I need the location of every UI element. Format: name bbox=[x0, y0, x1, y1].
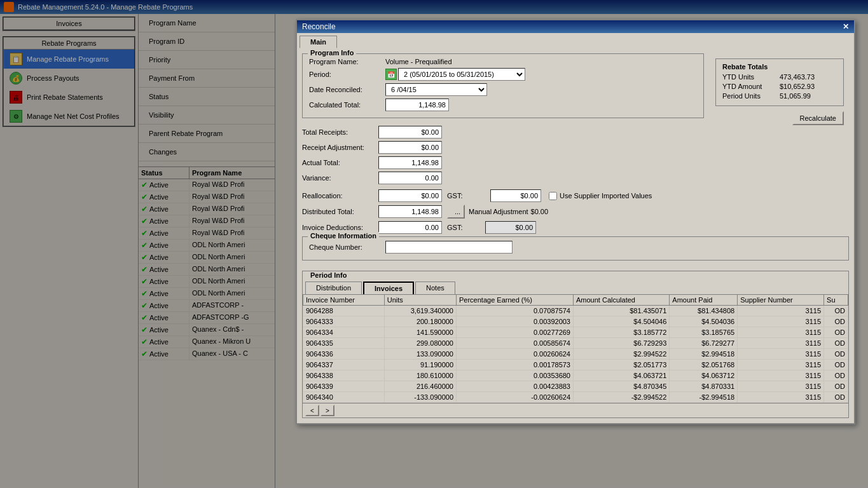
col-su: Su bbox=[824, 295, 848, 306]
cell-paid: $4.063712 bbox=[670, 370, 738, 381]
cell-paid: $81.434808 bbox=[670, 306, 738, 316]
cell-supplier: 3115 bbox=[738, 327, 824, 338]
cell-invoice-number: 9064334 bbox=[303, 327, 385, 338]
cell-invoice-number: 9064339 bbox=[303, 381, 385, 392]
tab-notes[interactable]: Notes bbox=[415, 281, 455, 294]
cell-calc: $2.994522 bbox=[574, 349, 670, 360]
reconcile-close-button[interactable]: ✕ bbox=[843, 22, 849, 31]
reconcile-dialog: Reconcile ✕ Main Program Info Program Na… bbox=[296, 19, 855, 424]
program-info-fieldset: Program Info Program Name: Volume - Preq… bbox=[302, 53, 704, 118]
period-dropdown[interactable]: 2 (05/01/2015 to 05/31/2015) bbox=[398, 68, 525, 81]
scroll-right-button[interactable]: > bbox=[320, 405, 334, 416]
tab-invoices[interactable]: Invoices bbox=[363, 281, 414, 294]
total-receipts-row: Total Receipts: bbox=[302, 126, 704, 139]
invoice-row[interactable]: 9064335 299.080000 0.00585674 $6.729293 … bbox=[303, 338, 848, 349]
reconcile-title-label: Reconcile bbox=[302, 22, 336, 31]
actual-total-label: Actual Total: bbox=[302, 159, 378, 166]
invoice-row[interactable]: 9064333 200.180000 0.00392003 $4.504046 … bbox=[303, 316, 848, 327]
reallocation-label: Reallocation: bbox=[302, 192, 378, 200]
calculated-total-input[interactable] bbox=[385, 98, 449, 111]
cell-paid: $2.994518 bbox=[670, 349, 738, 360]
cell-supplier: 3115 bbox=[738, 381, 824, 392]
cell-supplier: 3115 bbox=[738, 316, 824, 327]
reallocation-input[interactable] bbox=[378, 189, 442, 202]
receipt-adjustment-label: Receipt Adjustment: bbox=[302, 144, 378, 151]
variance-input[interactable] bbox=[378, 172, 442, 184]
col-amount-paid: Amount Paid bbox=[670, 295, 738, 306]
cell-supplier: 3115 bbox=[738, 349, 824, 360]
tab-distribution[interactable]: Distribution bbox=[305, 281, 362, 294]
invoice-row[interactable]: 9064339 216.460000 0.00423883 $4.870345 … bbox=[303, 381, 848, 392]
distributed-total-label: Distributed Total: bbox=[302, 208, 378, 215]
period-info-section: Period Info Distribution Invoices Notes … bbox=[302, 271, 849, 418]
ytd-amount-label: YTD Amount bbox=[722, 83, 780, 90]
cell-pct: 0.00277269 bbox=[457, 327, 574, 338]
actual-total-row: Actual Total: bbox=[302, 156, 704, 169]
manual-adjustment-value: $0.00 bbox=[531, 208, 549, 215]
receipt-adjustment-row: Receipt Adjustment: bbox=[302, 141, 704, 154]
calendar-icon[interactable]: 📅 bbox=[385, 69, 397, 80]
cell-calc: $2.051773 bbox=[574, 360, 670, 370]
cell-invoice-number: 9064333 bbox=[303, 316, 385, 327]
invoice-row[interactable]: 9064336 133.090000 0.00260624 $2.994522 … bbox=[303, 349, 848, 360]
date-reconciled-dropdown[interactable]: 6 /04/15 bbox=[385, 83, 487, 96]
gst2-label: GST: bbox=[447, 224, 485, 231]
period-units-label: Period Units bbox=[722, 92, 780, 100]
col-supplier-number: Supplier Number bbox=[738, 295, 824, 306]
scroll-left-button[interactable]: < bbox=[305, 405, 319, 416]
gst-input[interactable] bbox=[490, 189, 541, 202]
cell-pct: -0.00260624 bbox=[457, 392, 574, 403]
cell-su: OD bbox=[824, 370, 848, 381]
ytd-units-value: 473,463.73 bbox=[780, 73, 837, 81]
receipt-adjustment-input[interactable] bbox=[378, 141, 442, 154]
cheque-number-input[interactable] bbox=[385, 241, 513, 254]
gst2-input[interactable] bbox=[485, 221, 536, 234]
manual-adjustment-label: Manual Adjustment bbox=[469, 208, 528, 215]
cell-pct: 0.00260624 bbox=[457, 349, 574, 360]
invoice-row[interactable]: 9064334 141.590000 0.00277269 $3.185772 … bbox=[303, 327, 848, 338]
tab-main[interactable]: Main bbox=[300, 36, 337, 48]
col-percentage: Percentage Earned (%) bbox=[457, 295, 574, 306]
period-units-row: Period Units 51,065.99 bbox=[722, 92, 837, 100]
calculated-total-row: Calculated Total: bbox=[309, 98, 697, 111]
cell-paid: $2.051768 bbox=[670, 360, 738, 370]
distributed-total-row: Distributed Total: ... Manual Adjustment… bbox=[302, 205, 704, 219]
total-receipts-input[interactable] bbox=[378, 126, 442, 139]
table-scroll-controls: < > bbox=[303, 403, 848, 417]
invoice-row[interactable]: 9064338 180.610000 0.00353680 $4.063721 … bbox=[303, 370, 848, 381]
cell-su: OD bbox=[824, 381, 848, 392]
ytd-amount-row: YTD Amount $10,652.93 bbox=[722, 83, 837, 90]
cell-supplier: 3115 bbox=[738, 338, 824, 349]
invoice-table: Invoice Number Units Percentage Earned (… bbox=[303, 294, 848, 403]
date-reconciled-label: Date Reconciled: bbox=[309, 86, 385, 93]
cell-su: OD bbox=[824, 327, 848, 338]
recalculate-button[interactable]: Recalculate bbox=[792, 111, 844, 125]
middle-fields: Total Receipts: Receipt Adjustment: Actu… bbox=[302, 123, 704, 189]
distributed-total-input[interactable] bbox=[378, 205, 442, 218]
invoice-row[interactable]: 9064288 3,619.340000 0.07087574 $81.4350… bbox=[303, 306, 848, 316]
cell-invoice-number: 9064335 bbox=[303, 338, 385, 349]
cell-invoice-number: 9064288 bbox=[303, 306, 385, 316]
cell-calc: $81.435071 bbox=[574, 306, 670, 316]
variance-row: Variance: bbox=[302, 172, 704, 184]
total-receipts-label: Total Receipts: bbox=[302, 128, 378, 136]
invoice-deductions-input[interactable] bbox=[378, 221, 442, 234]
program-name-label: Program Name: bbox=[309, 58, 385, 65]
program-info-section: Program Info Program Name: Volume - Preq… bbox=[302, 53, 704, 236]
cell-su: OD bbox=[824, 306, 848, 316]
cell-pct: 0.00585674 bbox=[457, 338, 574, 349]
manual-adjust-button[interactable]: ... bbox=[447, 205, 465, 219]
cell-pct: 0.00178573 bbox=[457, 360, 574, 370]
period-label: Period: bbox=[309, 71, 385, 78]
use-supplier-checkbox[interactable] bbox=[549, 192, 557, 200]
period-info-legend: Period Info bbox=[308, 271, 349, 279]
ytd-units-label: YTD Units bbox=[722, 73, 780, 81]
cell-pct: 0.00392003 bbox=[457, 316, 574, 327]
actual-total-input[interactable] bbox=[378, 156, 442, 169]
invoice-row[interactable]: 9064340 -133.090000 -0.00260624 -$2.9945… bbox=[303, 392, 848, 403]
cell-units: 3,619.340000 bbox=[384, 306, 456, 316]
invoice-row[interactable]: 9064337 91.190000 0.00178573 $2.051773 $… bbox=[303, 360, 848, 370]
use-supplier-label: Use Supplier Imported Values bbox=[560, 192, 652, 200]
reconcile-title-bar: Reconcile ✕ bbox=[297, 20, 854, 33]
invoice-table-body: 9064288 3,619.340000 0.07087574 $81.4350… bbox=[303, 306, 848, 403]
